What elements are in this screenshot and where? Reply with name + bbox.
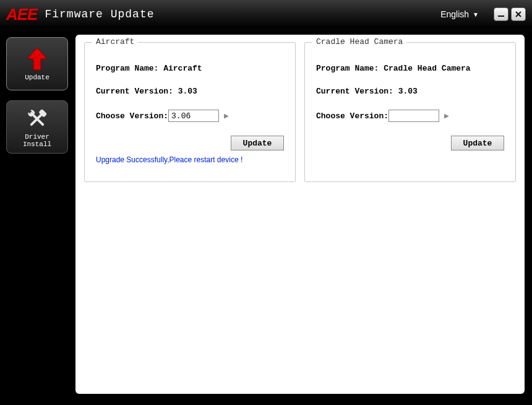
camera-panel-title: Cradle Head Camera [312,37,406,46]
aircraft-status-message: Upgrade Successfully,Pleace restart devi… [96,155,284,164]
play-icon[interactable]: ▶ [224,111,229,121]
upload-arrow-icon [23,46,51,72]
titlebar: AEE Firmware Update English ▼ [0,0,532,28]
current-version-label: Current Version: [316,87,398,96]
svg-rect-0 [498,15,504,17]
aircraft-program-name-row: Program Name: Aircraft [96,64,284,73]
aircraft-current-version-row: Current Version: 3.03 [96,87,284,96]
content-area: Aircraft Program Name: Aircraft Current … [75,35,525,394]
tools-icon [23,106,51,132]
program-name-value: Cradle Head Camera [384,64,470,73]
sidebar: Update Driver Install [4,35,71,394]
current-version-value: 3.03 [398,87,418,96]
program-name-label: Program Name: [96,64,163,73]
camera-choose-version-row: Choose Version: ▶ [316,110,504,122]
language-label: English [440,9,469,19]
body-area: Update Driver Install [0,28,532,405]
camera-current-version-row: Current Version: 3.03 [316,87,504,96]
minimize-button[interactable] [494,7,508,21]
camera-update-button[interactable]: Update [451,136,504,150]
language-select[interactable]: English ▼ [440,9,479,19]
aircraft-update-button[interactable]: Update [231,136,284,150]
close-button[interactable] [511,7,526,21]
logo: AEE [6,5,37,24]
camera-program-name-row: Program Name: Cradle Head Camera [316,64,504,73]
chevron-down-icon: ▼ [473,11,479,18]
current-version-label: Current Version: [96,87,178,96]
program-name-label: Program Name: [316,64,384,73]
program-name-value: Aircraft [163,64,202,73]
aircraft-choose-version-row: Choose Version: ▶ [96,110,284,122]
aircraft-version-input[interactable] [168,110,219,122]
app-window: AEE Firmware Update English ▼ Update [0,0,532,405]
sidebar-item-update[interactable]: Update [6,37,68,90]
aircraft-panel-title: Aircraft [92,37,138,46]
current-version-value: 3.03 [178,87,197,96]
sidebar-item-update-label: Update [25,74,49,81]
choose-version-label: Choose Version: [316,111,388,121]
camera-version-input[interactable] [388,110,439,122]
app-title: Firmware Update [45,8,154,20]
choose-version-label: Choose Version: [96,111,168,121]
camera-panel: Cradle Head Camera Program Name: Cradle … [304,42,516,182]
sidebar-item-driver-label: Driver Install [23,133,51,148]
sidebar-item-driver-install[interactable]: Driver Install [6,100,68,154]
aircraft-panel: Aircraft Program Name: Aircraft Current … [84,42,296,182]
svg-marker-3 [27,48,47,70]
play-icon[interactable]: ▶ [444,111,449,121]
